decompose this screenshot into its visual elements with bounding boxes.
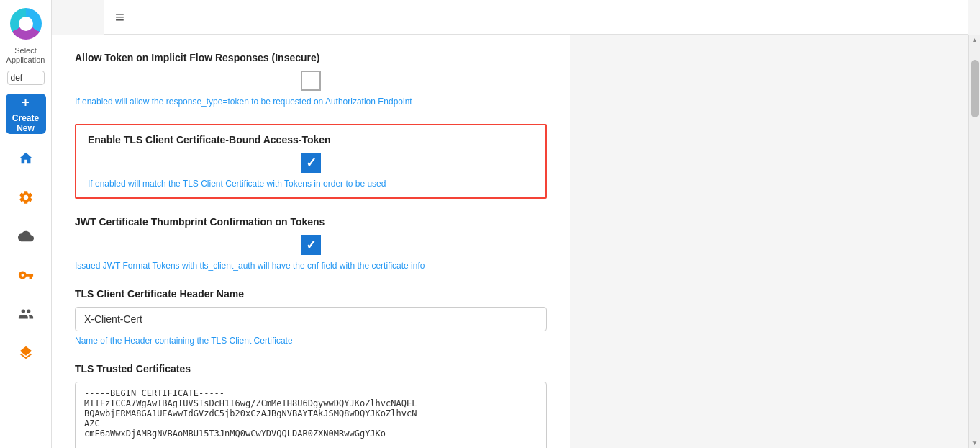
tls-cert-bound-section: Enable TLS Client Certificate-Bound Acce… bbox=[75, 124, 547, 199]
trusted-certs-label: TLS Trusted Certificates bbox=[75, 363, 547, 375]
app-input-wrap[interactable] bbox=[7, 71, 45, 85]
trusted-certs-textarea[interactable]: -----BEGIN CERTIFICATE----- MIIFzTCCA7Wg… bbox=[75, 382, 547, 448]
jwt-thumbprint-section: JWT Certificate Thumbprint Confirmation … bbox=[75, 216, 547, 271]
tls-cert-bound-hint: If enabled will match the TLS Client Cer… bbox=[88, 179, 534, 189]
tls-cert-bound-checkbox[interactable] bbox=[301, 153, 321, 173]
cert-header-section: TLS Client Certificate Header Name Name … bbox=[75, 288, 547, 346]
main-content: Allow Token on Implicit Flow Responses (… bbox=[52, 35, 570, 448]
scrollbar-thumb[interactable] bbox=[971, 60, 979, 117]
cert-header-hint: Name of the Header containing the TLS Cl… bbox=[75, 336, 547, 346]
cert-header-input[interactable] bbox=[75, 307, 547, 331]
jwt-thumbprint-label: JWT Certificate Thumbprint Confirmation … bbox=[75, 216, 547, 228]
app-input[interactable] bbox=[7, 71, 45, 85]
tls-cert-bound-checkbox-wrap bbox=[88, 153, 534, 173]
scroll-up-arrow[interactable]: ▲ bbox=[970, 35, 980, 45]
sidebar-item-key[interactable] bbox=[13, 262, 39, 288]
sidebar-item-home[interactable] bbox=[13, 145, 39, 171]
page-scrollbar[interactable]: ▲ ▼ bbox=[968, 35, 980, 448]
create-new-button[interactable]: + Create New bbox=[6, 94, 46, 134]
jwt-thumbprint-hint: Issued JWT Format Tokens with tls_client… bbox=[75, 261, 547, 271]
app-logo bbox=[8, 6, 44, 42]
implicit-flow-hint: If enabled will allow the response_type=… bbox=[75, 97, 547, 107]
sidebar-nav bbox=[13, 145, 39, 448]
sidebar-item-layers[interactable] bbox=[13, 340, 39, 366]
jwt-thumbprint-checkbox[interactable] bbox=[301, 235, 321, 255]
sidebar-item-settings[interactable] bbox=[13, 184, 39, 210]
app-label: Select Application bbox=[0, 45, 51, 66]
tls-cert-bound-label: Enable TLS Client Certificate-Bound Acce… bbox=[88, 134, 534, 145]
cert-header-label: TLS Client Certificate Header Name bbox=[75, 288, 547, 300]
hamburger-icon[interactable]: ≡ bbox=[115, 8, 124, 27]
main-wrap: ≡ Allow Token on Implicit Flow Responses… bbox=[52, 0, 980, 448]
top-bar: ≡ bbox=[104, 0, 968, 35]
implicit-flow-checkbox-wrap bbox=[75, 71, 547, 91]
sidebar-item-users[interactable] bbox=[13, 301, 39, 327]
jwt-thumbprint-checkbox-wrap bbox=[75, 235, 547, 255]
scroll-down-arrow[interactable]: ▼ bbox=[970, 437, 980, 448]
sidebar-item-cloud[interactable] bbox=[13, 223, 39, 249]
sidebar: Select Application + Create New bbox=[0, 0, 52, 448]
implicit-flow-section: Allow Token on Implicit Flow Responses (… bbox=[75, 52, 547, 107]
plus-icon: + bbox=[22, 95, 30, 110]
implicit-flow-checkbox[interactable] bbox=[301, 71, 321, 91]
implicit-flow-label: Allow Token on Implicit Flow Responses (… bbox=[75, 52, 547, 63]
create-new-label: Create New bbox=[6, 113, 46, 133]
trusted-certs-section: TLS Trusted Certificates -----BEGIN CERT… bbox=[75, 363, 547, 448]
